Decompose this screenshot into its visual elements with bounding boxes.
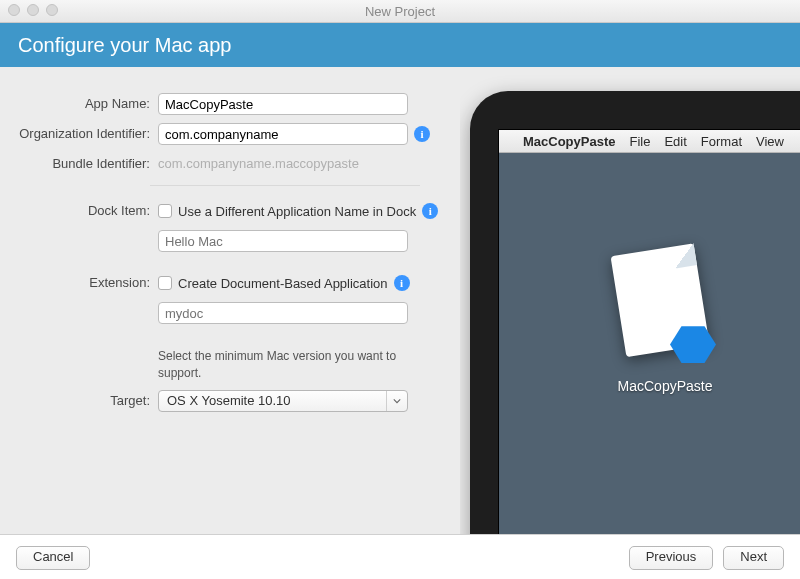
dock-item-checkbox[interactable]: [158, 204, 172, 218]
target-select-value: OS X Yosemite 10.10: [159, 391, 386, 411]
cancel-button[interactable]: Cancel: [16, 546, 90, 570]
bundle-id-value: com.companyname.maccopypaste: [158, 153, 359, 175]
target-help-text: Select the minimum Mac version you want …: [158, 348, 418, 382]
close-icon[interactable]: [8, 4, 20, 16]
traffic-lights: [8, 4, 58, 16]
document-icon: [610, 250, 720, 365]
divider: [150, 185, 420, 186]
extension-checkbox[interactable]: [158, 276, 172, 290]
dock-item-label: Dock Item:: [0, 200, 158, 222]
menubar-app-name: MacCopyPaste: [523, 134, 615, 149]
wizard-banner: Configure your Mac app: [0, 23, 800, 67]
next-button[interactable]: Next: [723, 546, 784, 570]
chevron-down-icon: [386, 391, 407, 411]
target-label: Target:: [0, 390, 158, 412]
banner-title: Configure your Mac app: [18, 34, 231, 57]
extension-label: Extension:: [0, 272, 158, 294]
configure-form: App Name: Organization Identifier: i Bun…: [0, 67, 460, 534]
menubar-item: Format: [701, 134, 742, 149]
window-title: New Project: [0, 4, 800, 19]
extension-input: [158, 302, 408, 324]
preview-pane: MacCopyPaste File Edit Format View MacCo…: [460, 67, 800, 534]
app-icon-preview: MacCopyPaste: [610, 250, 720, 395]
app-name-label: App Name:: [0, 93, 158, 115]
info-icon[interactable]: i: [394, 275, 410, 291]
app-name-input[interactable]: [158, 93, 408, 115]
dock-item-checkbox-label: Use a Different Application Name in Dock: [178, 204, 416, 219]
titlebar: New Project: [0, 0, 800, 23]
previous-button[interactable]: Previous: [629, 546, 714, 570]
info-icon[interactable]: i: [422, 203, 438, 219]
bundle-id-label: Bundle Identifier:: [0, 153, 158, 175]
org-id-label: Organization Identifier:: [0, 123, 158, 145]
menubar-item: File: [629, 134, 650, 149]
mac-menubar: MacCopyPaste File Edit Format View: [499, 130, 800, 153]
wizard-footer: Cancel Previous Next: [0, 534, 800, 579]
menubar-item: View: [756, 134, 784, 149]
menubar-item: Edit: [664, 134, 686, 149]
minimize-icon[interactable]: [27, 4, 39, 16]
extension-checkbox-label: Create Document-Based Application: [178, 276, 388, 291]
info-icon[interactable]: i: [414, 126, 430, 142]
zoom-icon[interactable]: [46, 4, 58, 16]
org-id-input[interactable]: [158, 123, 408, 145]
target-select[interactable]: OS X Yosemite 10.10: [158, 390, 408, 412]
device-frame: MacCopyPaste File Edit Format View MacCo…: [470, 91, 800, 534]
device-screen: MacCopyPaste File Edit Format View MacCo…: [498, 129, 800, 534]
preview-app-label: MacCopyPaste: [610, 379, 720, 395]
dock-item-input: [158, 230, 408, 252]
